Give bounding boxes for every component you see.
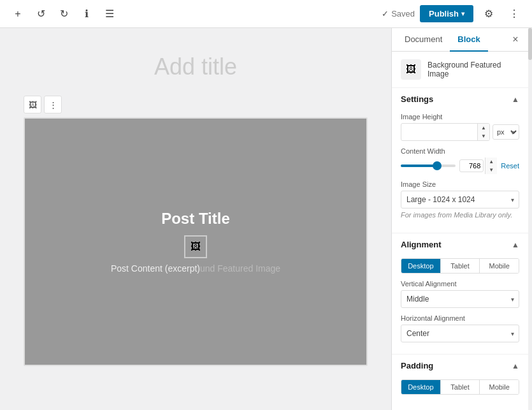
content-width-increment[interactable]: ▲ [485, 157, 497, 166]
alignment-section-body: Desktop Tablet Mobile Vertical Alignment… [392, 256, 528, 354]
undo-button[interactable]: ↺ [31, 4, 51, 24]
content-width-slider-track[interactable] [401, 165, 456, 167]
info-button[interactable]: ℹ [76, 4, 97, 24]
toolbar-left: + ↺ ↻ ℹ ☰ [8, 4, 120, 24]
image-height-spinners: ▲ ▼ [477, 124, 489, 140]
featured-block: Post Title 🖼 Post Content (excerpt)und F… [24, 117, 368, 366]
add-icon: + [15, 8, 20, 20]
image-height-decrement[interactable]: ▼ [478, 132, 489, 140]
image-height-input-wrap: ▲ ▼ [401, 123, 490, 141]
settings-section: Settings ▲ Image Height ▲ ▼ [392, 88, 528, 233]
toolbar: + ↺ ↻ ℹ ☰ ✓ Saved Publish ▾ ⚙ ⋮ [0, 0, 532, 28]
image-size-hint: For images from Media Library only. [401, 211, 519, 219]
featured-block-title: Post Title [161, 210, 230, 228]
content-width-spinners: ▲ ▼ [485, 157, 497, 174]
unit-select[interactable]: px % em [492, 124, 519, 140]
alignment-section-title: Alignment [401, 240, 442, 249]
redo-button[interactable]: ↻ [54, 4, 74, 24]
settings-section-title: Settings [401, 94, 433, 104]
image-icon: 🖼 [29, 100, 37, 110]
featured-block-content: Post Content (excerpt)und Featured Image [111, 263, 280, 274]
redo-icon: ↻ [60, 8, 68, 20]
block-image-button[interactable]: 🖼 [24, 96, 41, 113]
block-toolbar: 🖼 ⋮ [24, 96, 368, 113]
padding-section-header[interactable]: Padding ▲ [392, 355, 528, 377]
settings-section-body: Image Height ▲ ▼ px % em [392, 110, 528, 233]
image-height-input[interactable] [401, 125, 477, 139]
unit-select-wrap: px % em ▾ [492, 124, 519, 140]
settings-button[interactable]: ⚙ [478, 4, 499, 24]
more-options-button[interactable]: ⋮ [504, 4, 524, 24]
list-icon: ☰ [105, 8, 114, 20]
alignment-device-tabs: Desktop Tablet Mobile [401, 258, 519, 274]
vertical-alignment-select[interactable]: Top Middle Bottom [401, 290, 519, 308]
padding-tab-desktop[interactable]: Desktop [401, 380, 441, 394]
padding-toggle-icon: ▲ [512, 362, 519, 370]
block-icon-box: 🖼 [401, 59, 421, 80]
featured-block-image-icon: 🖼 [184, 235, 207, 258]
tab-document[interactable]: Document [397, 28, 450, 52]
horizontal-alignment-select[interactable]: Left Center Right [401, 325, 519, 342]
add-block-button[interactable]: + [8, 4, 28, 24]
content-width-row: 768 ▲ ▼ Reset [401, 157, 519, 174]
block-more-icon: ⋮ [49, 100, 57, 110]
padding-tab-mobile[interactable]: Mobile [480, 380, 519, 394]
main-layout: Add title 🖼 ⋮ Post Title 🖼 Post Content … [0, 28, 532, 410]
sidebar-close-button[interactable]: × [508, 32, 523, 47]
alignment-section-header[interactable]: Alignment ▲ [392, 233, 528, 256]
block-wrapper: 🖼 ⋮ Post Title 🖼 Post Content (excerpt)u… [24, 96, 368, 366]
info-icon: ℹ [85, 8, 89, 20]
list-view-button[interactable]: ☰ [99, 4, 120, 24]
tab-tablet[interactable]: Tablet [441, 259, 480, 273]
horizontal-alignment-label: Horizontal Alignment [401, 314, 519, 322]
sidebar-scrollbar-thumb[interactable] [528, 28, 532, 60]
settings-section-header[interactable]: Settings ▲ [392, 88, 528, 110]
padding-section-body: Desktop Tablet Mobile [392, 377, 528, 410]
sidebar-scrollbar [528, 28, 532, 410]
padding-device-tabs: Desktop Tablet Mobile [401, 379, 519, 395]
content-width-reset[interactable]: Reset [501, 162, 519, 170]
vertical-alignment-label: Vertical Alignment [401, 280, 519, 288]
tab-mobile[interactable]: Mobile [480, 259, 519, 273]
vertical-alignment-wrap: Top Middle Bottom ▾ [401, 290, 519, 308]
alignment-toggle-icon: ▲ [512, 240, 519, 249]
saved-check-icon: ✓ [382, 9, 389, 18]
content-width-decrement[interactable]: ▼ [485, 166, 497, 174]
more-icon: ⋮ [509, 8, 519, 20]
settings-toggle-icon: ▲ [512, 95, 519, 104]
image-size-select-wrap: Large - 1024 x 1024 Medium - 300 x 300 F… [401, 191, 519, 209]
image-size-select[interactable]: Large - 1024 x 1024 Medium - 300 x 300 F… [401, 191, 519, 209]
slider-fill [401, 165, 434, 167]
image-size-label: Image Size [401, 180, 519, 188]
post-title-placeholder[interactable]: Add title [13, 54, 378, 80]
editor-area: Add title 🖼 ⋮ Post Title 🖼 Post Content … [0, 28, 391, 410]
image-height-row: ▲ ▼ px % em ▾ [401, 123, 519, 141]
padding-tab-tablet[interactable]: Tablet [441, 380, 480, 394]
publish-button[interactable]: Publish ▾ [420, 5, 473, 22]
padding-section: Padding ▲ Desktop Tablet Mobile [392, 355, 528, 410]
image-height-increment[interactable]: ▲ [478, 124, 489, 132]
content-width-label: Content Width [401, 147, 519, 155]
block-more-button[interactable]: ⋮ [44, 96, 62, 113]
tab-block[interactable]: Block [450, 28, 487, 52]
padding-section-title: Padding [401, 361, 433, 370]
sidebar: Document Block × 🖼 Background Featured I… [391, 28, 528, 410]
image-height-label: Image Height [401, 113, 519, 121]
saved-status: ✓ Saved [382, 9, 415, 18]
tab-desktop[interactable]: Desktop [401, 259, 441, 273]
undo-icon: ↺ [37, 8, 45, 20]
toolbar-right: ✓ Saved Publish ▾ ⚙ ⋮ [382, 4, 524, 24]
content-width-input[interactable]: 768 [459, 159, 484, 172]
sidebar-tabs: Document Block × [392, 28, 528, 52]
horizontal-alignment-wrap: Left Center Right ▾ [401, 325, 519, 342]
block-type-icon: 🖼 [406, 64, 416, 75]
block-info: 🖼 Background Featured Image [392, 52, 528, 88]
slider-value-wrap: 768 ▲ ▼ [459, 157, 497, 174]
alignment-section: Alignment ▲ Desktop Tablet Mobile Vertic… [392, 233, 528, 355]
block-type-name: Background Featured Image [428, 61, 519, 78]
image-placeholder-icon: 🖼 [191, 241, 201, 253]
gear-icon: ⚙ [484, 8, 493, 20]
slider-thumb[interactable] [433, 161, 442, 170]
